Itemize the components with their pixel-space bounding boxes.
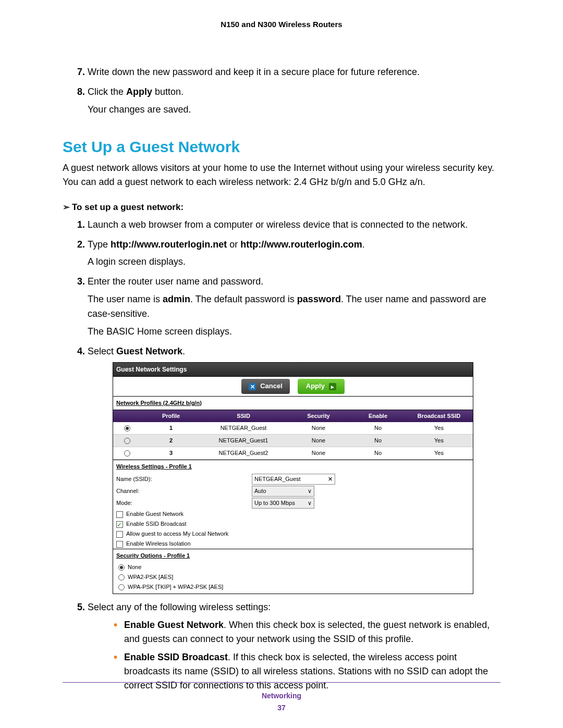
settings-bullets: Enable Guest Network. When this check bo… xyxy=(88,618,500,693)
step-sub1: The user name is admin. The default pass… xyxy=(88,292,500,322)
mode-label: Mode: xyxy=(116,499,252,508)
wireless-isolation-checkbox[interactable] xyxy=(116,541,123,548)
allow-local-access-checkbox[interactable] xyxy=(116,531,123,538)
section-heading: Set Up a Guest Network xyxy=(63,138,500,156)
enable-guest-checkbox[interactable] xyxy=(116,511,123,518)
panel-title: Guest Network Settings xyxy=(113,363,473,377)
step-pre: Type xyxy=(88,239,111,250)
security-wpa2-radio[interactable] xyxy=(118,574,125,581)
document-page: N150 and N300 Wireless Routers Write dow… xyxy=(0,0,563,728)
guest-network-screenshot: Guest Network Settings ✕Cancel Apply▸ Ne… xyxy=(113,362,473,595)
step-bold: Guest Network xyxy=(116,346,182,356)
mode-row: Mode: Up to 300 Mbps∨ xyxy=(113,497,473,509)
step-mid: or xyxy=(227,239,240,250)
step-sub2: The BASIC Home screen displays. xyxy=(88,325,500,339)
check-row: Enable Guest Network xyxy=(113,509,473,519)
step-7: Write down the new password and keep it … xyxy=(88,65,500,80)
security-option-row: WPA2-PSK [AES] xyxy=(113,572,473,582)
step-b5: Select any of the following wireless set… xyxy=(88,600,500,693)
step-text: Enter the router user name and password. xyxy=(88,276,263,287)
step-text-post: button. xyxy=(152,87,183,97)
check-row: Enable SSID Broadcast xyxy=(113,519,473,529)
profile-radio[interactable] xyxy=(124,438,130,444)
button-bar: ✕Cancel Apply▸ xyxy=(113,376,473,396)
step-b2: Type http://www.routerlogin.net or http:… xyxy=(88,238,500,270)
wireless-settings-title: Wireless Settings - Profile 1 xyxy=(113,460,473,473)
step-post: . xyxy=(182,346,185,356)
task-title-text: To set up a guest network: xyxy=(72,202,183,212)
security-option-row: None xyxy=(113,562,473,572)
steps-list-b: Launch a web browser from a computer or … xyxy=(63,218,500,693)
profile-radio[interactable] xyxy=(124,425,130,431)
ssid-input[interactable]: NETGEAR_Guest✕ xyxy=(252,474,335,485)
check-row: Allow guest to access My Local Network xyxy=(113,529,473,539)
security-mixed-radio[interactable] xyxy=(118,584,125,590)
mode-select[interactable]: Up to 300 Mbps∨ xyxy=(252,498,314,509)
footer-page-number: 37 xyxy=(63,702,500,713)
chevron-down-icon: ∨ xyxy=(308,487,312,496)
footer-section-name: Networking xyxy=(63,690,500,701)
step-b3: Enter the router user name and password.… xyxy=(88,275,500,339)
channel-label: Channel: xyxy=(116,487,252,496)
steps-list-a: Write down the new password and keep it … xyxy=(63,65,500,117)
step-text: Launch a web browser from a computer or … xyxy=(88,219,468,230)
security-none-radio[interactable] xyxy=(118,564,125,571)
footer-divider xyxy=(63,682,500,683)
step-8: Click the Apply button. Your changes are… xyxy=(88,85,500,117)
step-pre: Select xyxy=(88,346,116,356)
arrow-icon: ➢ xyxy=(63,202,69,213)
step-text-pre: Click the xyxy=(88,87,126,97)
channel-select[interactable]: Auto∨ xyxy=(252,486,314,497)
step-b1: Launch a web browser from a computer or … xyxy=(88,218,500,232)
step-b4: Select Guest Network. Guest Network Sett… xyxy=(88,344,500,594)
name-row: Name (SSID): NETGEAR_Guest✕ xyxy=(113,473,473,485)
step-text-bold: Apply xyxy=(126,87,152,97)
bullet-item: Enable Guest Network. When this check bo… xyxy=(124,618,500,646)
channel-row: Channel: Auto∨ xyxy=(113,485,473,497)
section-intro: A guest network allows visitors at your … xyxy=(63,161,500,189)
profiles-section-title: Network Profiles (2.4GHz b/g/n) xyxy=(113,397,473,410)
name-label: Name (SSID): xyxy=(116,475,252,484)
step-sub: A login screen displays. xyxy=(88,255,500,269)
chevron-down-icon: ∨ xyxy=(308,499,312,508)
step-bold2: http://www.routerlogin.com xyxy=(240,239,362,250)
enable-ssid-broadcast-checkbox[interactable] xyxy=(116,521,123,528)
page-header: N150 and N300 Wireless Routers xyxy=(63,20,500,29)
step-post: . xyxy=(362,239,365,250)
step-text: Select any of the following wireless set… xyxy=(88,602,271,612)
table-row: 2 NETGEAR_Guest1 None No Yes xyxy=(113,435,473,447)
apply-button[interactable]: Apply▸ xyxy=(298,379,345,393)
page-footer: Networking 37 xyxy=(63,682,500,713)
security-option-row: WPA-PSK [TKIP] + WPA2-PSK [AES] xyxy=(113,582,473,594)
table-row: 1 NETGEAR_Guest None No Yes xyxy=(113,422,473,435)
table-row: 3 NETGEAR_Guest2 None No Yes xyxy=(113,447,473,460)
profile-radio[interactable] xyxy=(124,450,130,456)
task-heading: ➢To set up a guest network: xyxy=(63,202,500,213)
step-sub: Your changes are saved. xyxy=(88,103,500,117)
arrow-right-icon: ▸ xyxy=(329,383,336,390)
check-row: Enable Wireless Isolation xyxy=(113,539,473,549)
cancel-button[interactable]: ✕Cancel xyxy=(241,379,290,393)
close-icon: ✕ xyxy=(249,383,256,390)
security-options-title: Security Options - Profile 1 xyxy=(113,549,473,562)
clear-icon[interactable]: ✕ xyxy=(328,475,333,484)
step-bold1: http://www.routerlogin.net xyxy=(111,239,227,250)
step-text: Write down the new password and keep it … xyxy=(88,67,420,77)
table-header: Profile SSID Security Enable Broadcast S… xyxy=(113,410,473,422)
